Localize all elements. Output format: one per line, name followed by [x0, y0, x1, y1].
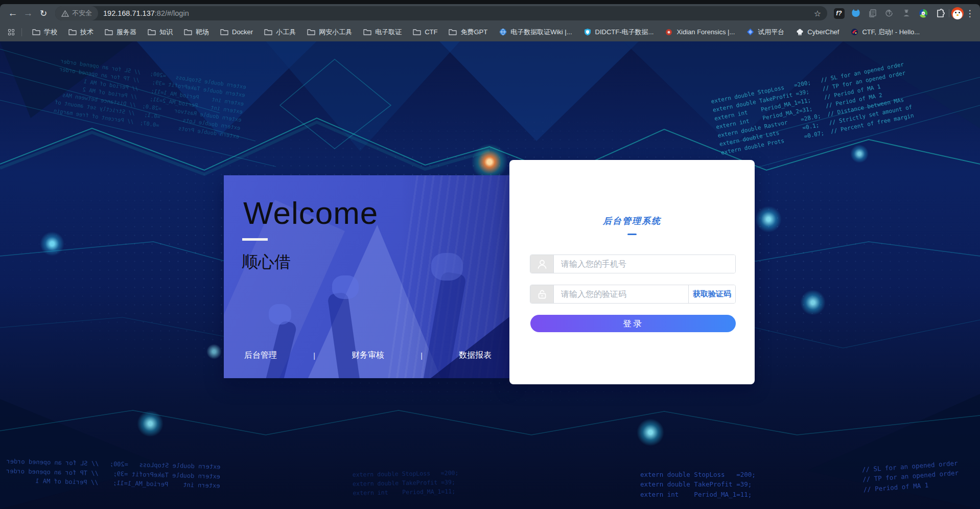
bookmarks-divider: [21, 28, 22, 36]
warning-icon: [61, 10, 69, 17]
folder-icon: [363, 28, 371, 36]
get-code-button[interactable]: 获取验证码: [688, 285, 735, 303]
login-title-underline: [627, 234, 637, 235]
toolbar-separator: [949, 9, 949, 17]
phone-input[interactable]: [554, 255, 735, 273]
phone-field: [530, 254, 736, 273]
url-path: :82/#/login: [155, 9, 189, 17]
bookmark-folder[interactable]: 免费GPT: [444, 26, 493, 39]
bookmark-folder[interactable]: 网安小工具: [302, 26, 357, 39]
folder-icon: [32, 28, 40, 36]
brand-name: 顺心借: [242, 251, 291, 273]
login-button[interactable]: 登录: [530, 315, 736, 332]
login-title: 后台管理系统: [509, 215, 755, 227]
link-data-report[interactable]: 数据报表: [459, 350, 492, 361]
link-divider: |: [313, 352, 315, 360]
folder-icon: [105, 28, 113, 36]
browser-window: ← → ↻ 不安全 192.168.71.137:82/#/login ☆ f?: [0, 0, 980, 509]
welcome-panel: Welcome 顺心借 后台管理 | 财务审核 | 数据报表: [224, 175, 509, 378]
welcome-underline: [242, 238, 268, 241]
code-field: 获取验证码: [530, 285, 736, 304]
shield-icon: [584, 28, 592, 36]
apps-grid-icon[interactable]: [4, 25, 18, 39]
person-icon: [530, 255, 554, 273]
bookmark-folder[interactable]: 学校: [27, 26, 62, 39]
extensions-puzzle-icon[interactable]: [934, 7, 947, 20]
bookmark-link[interactable]: 电子数据取证Wiki |...: [494, 26, 577, 39]
fn-extension-icon[interactable]: f?: [832, 7, 846, 20]
bookmark-link[interactable]: CyberChef: [790, 26, 844, 38]
bookmark-folder[interactable]: Docker: [215, 26, 258, 38]
link-backend-admin[interactable]: 后台管理: [244, 350, 277, 361]
browser-menu-button[interactable]: ⋮: [964, 7, 976, 20]
chef-hat-icon: [796, 28, 804, 36]
link-finance-audit[interactable]: 财务审核: [352, 350, 384, 361]
forward-button[interactable]: →: [20, 6, 36, 21]
folder-icon: [264, 28, 272, 36]
bookmark-folder[interactable]: 电子取证: [358, 26, 407, 39]
bookmark-folder[interactable]: 知识: [143, 26, 178, 39]
person-extension-icon[interactable]: [900, 7, 913, 20]
idm-extension-icon[interactable]: [917, 7, 930, 20]
browser-toolbar: ← → ↻ 不安全 192.168.71.137:82/#/login ☆ f?: [0, 4, 980, 22]
url-host: 192.168.71.137: [103, 9, 155, 17]
extensions-row: f?: [832, 7, 947, 20]
folder-icon: [307, 28, 315, 36]
bookmark-link[interactable]: Xidian Forensics |...: [660, 26, 740, 38]
globe-icon: [499, 28, 507, 36]
bookmark-folder[interactable]: 服务器: [100, 26, 142, 39]
red-dot-icon: [665, 28, 673, 36]
link-divider: |: [421, 352, 423, 360]
profile-avatar[interactable]: [951, 7, 964, 19]
welcome-title: Welcome: [243, 195, 378, 231]
folder-icon: [449, 28, 457, 36]
swirl-icon: [850, 28, 858, 36]
lock-icon: [530, 285, 554, 303]
security-chip[interactable]: 不安全: [55, 6, 98, 20]
folder-icon: [68, 28, 77, 36]
bookmark-folder[interactable]: 技术: [63, 26, 99, 39]
window-frame-strip: [0, 0, 980, 4]
bookmark-link[interactable]: DIDCTF-电子数据...: [578, 26, 659, 39]
diamond-icon: [746, 28, 754, 36]
pages-extension-icon[interactable]: [866, 7, 879, 20]
back-button[interactable]: ←: [5, 6, 20, 21]
address-bar[interactable]: 不安全 192.168.71.137:82/#/login ☆: [55, 6, 827, 20]
login-card: 后台管理系统 获取验证码 登录: [509, 160, 755, 384]
bookmarks-bar: 学校 技术 服务器 知识 靶场 Docker 小工具 网安小工具 电子取证 CT…: [0, 22, 980, 41]
url-text: 192.168.71.137:82/#/login: [103, 9, 189, 17]
bookmark-folder[interactable]: 小工具: [259, 26, 301, 39]
bookmark-folder[interactable]: 靶场: [179, 26, 214, 39]
page-viewport: extern double StopLoss =200; // SL for a…: [0, 41, 980, 509]
code-input[interactable]: [554, 285, 688, 303]
kebab-icon: ⋮: [966, 8, 974, 19]
folder-icon: [413, 28, 421, 36]
reload-icon: ↻: [40, 8, 47, 19]
folder-icon: [184, 28, 192, 36]
bookmark-link[interactable]: CTF, 启动! - Hello...: [845, 26, 925, 39]
recycle-extension-icon[interactable]: [883, 7, 896, 20]
reload-button[interactable]: ↻: [36, 6, 51, 21]
cat-extension-icon[interactable]: [849, 7, 862, 20]
folder-icon: [148, 28, 156, 36]
security-label: 不安全: [72, 9, 92, 18]
bookmark-star-icon[interactable]: ☆: [811, 7, 824, 20]
panel-links: 后台管理 | 财务审核 | 数据报表: [244, 350, 492, 361]
forward-icon: →: [24, 8, 33, 19]
back-icon: ←: [8, 8, 18, 19]
bookmark-folder[interactable]: CTF: [408, 26, 442, 38]
bookmark-link[interactable]: 试用平台: [741, 26, 789, 39]
folder-icon: [220, 28, 228, 36]
